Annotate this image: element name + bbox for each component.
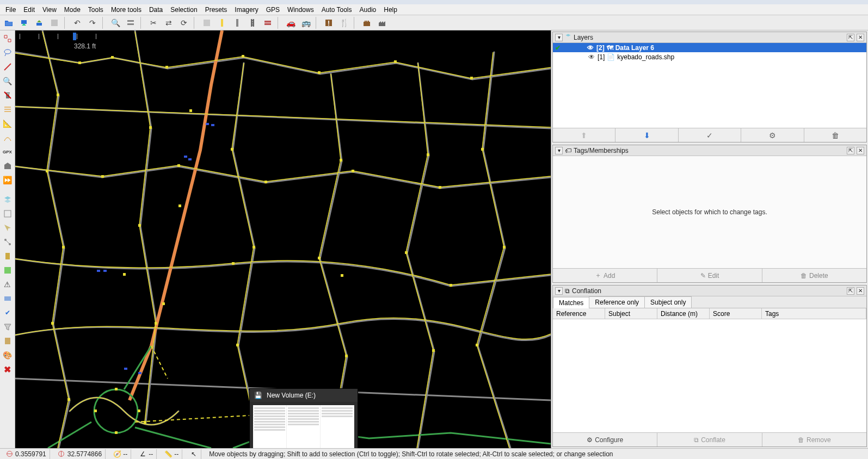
menu-windows[interactable]: Windows (284, 5, 317, 15)
preset-bus[interactable]: 🚌 (299, 16, 312, 29)
panel-collapse-icon[interactable]: ▾ (555, 34, 563, 41)
preset-road-minor[interactable] (231, 16, 244, 29)
tab-matches[interactable]: Matches (553, 297, 589, 308)
tags-panel-toggle[interactable] (2, 208, 14, 220)
layer-opacity-button[interactable]: ⚙ (741, 128, 804, 142)
panel-collapse-icon[interactable]: ▾ (555, 287, 563, 295)
lasso-tool[interactable] (2, 47, 14, 59)
menu-data[interactable]: Data (146, 5, 166, 15)
layer-move-up-button[interactable]: ⬆ (553, 128, 615, 142)
menu-edit[interactable]: Edit (20, 5, 38, 15)
changeset-panel-toggle[interactable] (2, 293, 14, 305)
menu-auto-tools[interactable]: Auto Tools (318, 5, 355, 15)
layer-row-kyebado-roads[interactable]: 👁 [1] 📄 kyebado_roads.shp (553, 52, 866, 61)
reverse-way-button[interactable]: ⟳ (177, 16, 190, 29)
menu-imagery[interactable]: Imagery (231, 5, 261, 15)
map-canvas[interactable]: 328.1 ft 💾 New Volume (E:) (15, 30, 551, 448)
menu-mode[interactable]: Mode (61, 5, 84, 15)
menu-more-tools[interactable]: More tools (108, 5, 145, 15)
mappaint-panel-toggle[interactable]: 🎨 (2, 349, 14, 361)
redo-button[interactable]: ↷ (86, 16, 99, 29)
layer-row-data-layer-6[interactable]: ✔ 👁 [2] 🗺 Data Layer 6 (553, 43, 866, 52)
col-tags[interactable]: Tags (762, 308, 866, 319)
delete-tool[interactable] (2, 89, 14, 101)
conflation-table-body[interactable] (553, 319, 866, 432)
zoom-handle[interactable] (73, 33, 76, 40)
preferences-button[interactable] (124, 16, 137, 29)
preset-car[interactable]: 🚗 (284, 16, 297, 29)
close-panel-toggle[interactable]: ✖ (2, 363, 14, 375)
menu-tools[interactable]: Tools (85, 5, 107, 15)
visibility-icon[interactable]: 👁 (588, 53, 595, 61)
undo-button[interactable]: ↶ (71, 16, 84, 29)
remove-button[interactable]: 🗑Remove (762, 433, 866, 446)
tab-reference-only[interactable]: Reference only (589, 296, 645, 308)
download-button[interactable] (17, 16, 30, 29)
filter-funnel-toggle[interactable] (2, 321, 14, 333)
preset-building[interactable] (200, 16, 213, 29)
layer-list[interactable]: ✔ 👁 [2] 🗺 Data Layer 6 👁 [1] 📄 kyebado_r… (553, 43, 866, 128)
edit-tag-button[interactable]: ✎Edit (657, 269, 762, 282)
preset-industrial[interactable] (375, 16, 389, 29)
preset-restaurant[interactable]: 🍴 (337, 16, 350, 29)
layers-panel-toggle[interactable] (2, 194, 14, 206)
combine-way-button[interactable]: ⇄ (162, 16, 175, 29)
conflict-panel-toggle[interactable]: ⚠ (2, 278, 14, 290)
add-tag-button[interactable]: ＋Add (553, 269, 657, 282)
open-button[interactable] (2, 16, 15, 29)
draw-tool[interactable] (2, 61, 14, 73)
parallel-tool[interactable] (2, 103, 14, 115)
panel-close-icon[interactable]: ✕ (857, 287, 864, 295)
relations-panel-toggle[interactable] (2, 236, 14, 248)
split-way-button[interactable]: ✂ (147, 16, 160, 29)
menu-audio[interactable]: Audio (356, 5, 380, 15)
todo-panel-toggle[interactable] (2, 335, 14, 347)
measure-tool[interactable]: 📐 (2, 117, 14, 129)
upload-button[interactable] (33, 16, 46, 29)
zoom-tool[interactable]: 🔍 (2, 75, 14, 87)
taskbar-preview[interactable]: 💾 New Volume (E:) (249, 388, 358, 448)
col-reference[interactable]: Reference (553, 308, 605, 319)
preset-road-major[interactable] (246, 16, 259, 29)
layer-move-down-button[interactable]: ⬇ (615, 128, 678, 142)
statusbar: 0.3559791 32.5774866 🧭 -- ∠ -- 📏 -- ↖ Mo… (0, 448, 868, 459)
visibility-icon[interactable]: 👁 (587, 44, 594, 52)
menu-file[interactable]: File (2, 5, 19, 15)
fastforward-tool[interactable]: ⏩ (2, 174, 14, 186)
gpx-tool[interactable]: GPX (2, 146, 14, 158)
panel-pin-icon[interactable]: ⇱ (847, 34, 854, 41)
filter-panel-toggle[interactable] (2, 250, 14, 262)
menu-help[interactable]: Help (380, 5, 401, 15)
col-score[interactable]: Score (710, 308, 762, 319)
select-tool[interactable] (2, 33, 14, 45)
buildings-tool[interactable] (2, 160, 14, 172)
save-button[interactable] (48, 16, 61, 29)
panel-close-icon[interactable]: ✕ (857, 34, 864, 41)
menu-selection[interactable]: Selection (167, 5, 200, 15)
conflate-button[interactable]: ⧉Conflate (657, 433, 762, 446)
menu-presets[interactable]: Presets (202, 5, 231, 15)
panel-close-icon[interactable]: ✕ (857, 147, 864, 154)
menu-gps[interactable]: GPS (263, 5, 283, 15)
panel-pin-icon[interactable]: ⇱ (847, 287, 854, 295)
layer-delete-button[interactable]: 🗑 (804, 128, 866, 142)
map-panel-toggle[interactable] (2, 264, 14, 276)
configure-button[interactable]: ⚙Configure (553, 433, 657, 446)
preset-pedestrian[interactable] (216, 16, 229, 29)
preset-warning[interactable]: ! (322, 16, 335, 29)
layer-activate-button[interactable]: ✓ (679, 128, 741, 142)
menu-view[interactable]: View (39, 5, 60, 15)
col-distance[interactable]: Distance (m) (657, 308, 710, 319)
selection-panel-toggle[interactable] (2, 222, 14, 234)
panel-pin-icon[interactable]: ⇱ (847, 147, 854, 154)
validate-panel-toggle[interactable]: ✔ (2, 307, 14, 319)
search-button[interactable]: 🔍 (109, 16, 122, 29)
preset-castle[interactable] (360, 16, 373, 29)
panel-collapse-icon[interactable]: ▾ (555, 147, 563, 154)
col-subject[interactable]: Subject (605, 308, 657, 319)
tab-subject-only[interactable]: Subject only (644, 296, 692, 308)
preset-wall[interactable] (261, 16, 274, 29)
improveway-tool[interactable] (2, 132, 14, 144)
zoom-slider[interactable] (20, 36, 96, 39)
delete-tag-button[interactable]: 🗑Delete (762, 269, 866, 282)
